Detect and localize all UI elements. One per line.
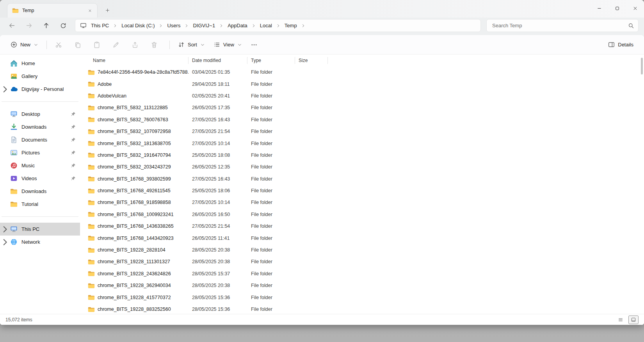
file-row[interactable]: chrome_BITS_5832_11312288526/05/2025 17:…	[87, 102, 644, 113]
sidebar-item-label: Digvijay - Personal	[21, 86, 64, 92]
breadcrumb[interactable]: This PCLocal Disk (C:)UsersDIGVIJ~1AppDa…	[75, 19, 481, 32]
folder-icon	[12, 8, 19, 13]
pin-icon	[70, 150, 76, 156]
file-explorer-window: Temp This PCLocal Disk (C:)UsersDIGVIJ~1…	[0, 0, 644, 325]
sidebar-item-videos[interactable]: Videos	[0, 172, 80, 185]
search-input[interactable]	[492, 23, 628, 28]
sidebar-item-this-pc[interactable]: This PC	[0, 223, 80, 236]
new-button[interactable]: New	[6, 38, 43, 51]
tab-temp[interactable]: Temp	[7, 3, 98, 18]
maximize-button[interactable]	[608, 0, 626, 16]
copy-button[interactable]	[70, 38, 85, 51]
column-header-name[interactable]: Name	[87, 56, 189, 65]
icons-view-toggle[interactable]	[628, 315, 639, 324]
breadcrumb-chevron-icon[interactable]	[300, 23, 306, 28]
column-header-type[interactable]: Type	[247, 56, 295, 65]
delete-icon	[151, 41, 158, 48]
file-row[interactable]: 7e84c44f-2356-4459-9e4a-28c8a7fd5788...0…	[87, 66, 644, 78]
file-row[interactable]: Adobe29/04/2025 18:11File folder	[87, 78, 644, 90]
breadcrumb-chevron-icon[interactable]	[251, 23, 257, 28]
sidebar-item-tutorial[interactable]: Tutorial	[0, 198, 80, 211]
cut-button[interactable]	[51, 38, 66, 51]
column-header-date-modified[interactable]: Date modified	[189, 56, 247, 65]
breadcrumb-item-local-disk-c[interactable]: Local Disk (C:)	[118, 21, 158, 30]
breadcrumb-item-local[interactable]: Local	[257, 21, 275, 30]
file-row[interactable]: chrome_BITS_16768_49261154525/05/2025 18…	[87, 185, 644, 197]
minimize-button[interactable]	[590, 0, 608, 16]
file-row[interactable]: chrome_BITS_16768_144342092326/05/2025 1…	[87, 232, 644, 244]
close-button[interactable]	[626, 0, 644, 16]
file-row[interactable]: chrome_BITS_5832_107097295827/05/2025 21…	[87, 126, 644, 137]
column-header-size[interactable]: Size	[295, 56, 328, 65]
breadcrumb-item-temp[interactable]: Temp	[281, 21, 300, 30]
tab-close-button[interactable]	[85, 6, 94, 15]
file-row[interactable]: chrome_BITS_16768_91859885827/05/2025 10…	[87, 197, 644, 208]
file-row[interactable]: chrome_BITS_19228_36294003428/05/2025 20…	[87, 280, 644, 291]
share-button[interactable]	[127, 38, 143, 51]
sidebar-item-downloads[interactable]: Downloads	[0, 120, 80, 133]
file-row[interactable]: chrome_BITS_19228_282810428/05/2025 20:3…	[87, 244, 644, 256]
breadcrumb-chevron-icon[interactable]	[112, 23, 118, 28]
file-type: File folder	[247, 176, 295, 182]
chevron-right-icon[interactable]	[0, 84, 10, 94]
sidebar-item-pictures[interactable]: Pictures	[0, 146, 80, 159]
sidebar-item-downloads[interactable]: Downloads	[0, 185, 80, 198]
details-pane-button[interactable]: Details	[604, 38, 638, 51]
breadcrumb-chevron-icon[interactable]	[158, 23, 164, 28]
delete-button[interactable]	[146, 38, 162, 51]
file-date-modified: 02/05/2025 20:41	[189, 93, 247, 99]
sidebar-item-digvijay-personal[interactable]: Digvijay - Personal	[0, 83, 80, 96]
sort-button[interactable]: Sort	[174, 38, 209, 51]
chevron-right-icon[interactable]	[0, 224, 10, 234]
new-tab-button[interactable]	[101, 4, 114, 16]
breadcrumb-item-appdata[interactable]: AppData	[224, 21, 251, 30]
folder-icon	[88, 164, 95, 170]
sidebar-item-label: Home	[21, 60, 35, 66]
search-box[interactable]	[486, 19, 639, 32]
file-row[interactable]: chrome_BITS_19228_41577037228/05/2025 15…	[87, 291, 644, 303]
pin-icon	[70, 111, 76, 117]
more-options-button[interactable]	[246, 38, 262, 51]
sidebar-item-desktop[interactable]: Desktop	[0, 108, 80, 120]
file-type: File folder	[247, 82, 295, 87]
breadcrumb-chevron-icon[interactable]	[275, 23, 281, 28]
up-button[interactable]	[39, 19, 53, 32]
explorer-body: HomeGalleryDigvijay - PersonalDesktopDow…	[0, 55, 644, 314]
vertical-scrollbar[interactable]	[641, 58, 643, 74]
sidebar-item-home[interactable]: Home	[0, 57, 80, 70]
refresh-button[interactable]	[56, 19, 70, 32]
view-button[interactable]: View	[209, 38, 246, 51]
sidebar-item-label: Videos	[21, 175, 37, 181]
view-icon	[213, 41, 220, 48]
back-button[interactable]	[5, 19, 19, 32]
breadcrumb-chevron-icon[interactable]	[218, 23, 224, 28]
search-icon[interactable]	[628, 23, 634, 29]
file-row[interactable]: AdobeVulcan02/05/2025 20:41File folder	[87, 90, 644, 102]
file-row[interactable]: chrome_BITS_19228_88325256028/05/2025 15…	[87, 303, 644, 314]
rename-button[interactable]	[108, 38, 124, 51]
paste-button[interactable]	[89, 38, 105, 51]
sidebar-item-network[interactable]: Network	[0, 236, 80, 248]
breadcrumb-item-this-pc[interactable]: This PC	[88, 21, 112, 30]
details-view-toggle[interactable]	[616, 315, 626, 324]
chevron-right-icon[interactable]	[0, 237, 10, 247]
file-row[interactable]: chrome_BITS_5832_191647079425/05/2025 18…	[87, 149, 644, 161]
file-name: chrome_BITS_16768_1009923241	[98, 212, 174, 217]
file-row[interactable]: chrome_BITS_5832_181363870527/05/2025 10…	[87, 137, 644, 149]
file-row[interactable]: chrome_BITS_16768_39380259927/05/2025 16…	[87, 173, 644, 185]
file-row[interactable]: chrome_BITS_5832_76007676327/05/2025 16:…	[87, 114, 644, 126]
file-row[interactable]: chrome_BITS_16768_100992324126/05/2025 1…	[87, 209, 644, 220]
breadcrumb-item-digvij-1[interactable]: DIGVIJ~1	[190, 21, 218, 30]
sidebar-item-music[interactable]: Music	[0, 159, 80, 172]
forward-button[interactable]	[22, 19, 36, 32]
breadcrumb-item-users[interactable]: Users	[164, 21, 183, 30]
file-row[interactable]: chrome_BITS_19228_11130132728/05/2025 20…	[87, 256, 644, 268]
new-button-label: New	[20, 42, 30, 48]
sidebar-item-gallery[interactable]: Gallery	[0, 70, 80, 83]
network-icon	[10, 238, 18, 246]
breadcrumb-chevron-icon[interactable]	[183, 23, 190, 28]
file-row[interactable]: chrome_BITS_5832_203424372926/05/2025 12…	[87, 161, 644, 173]
file-row[interactable]: chrome_BITS_19228_24362482628/05/2025 15…	[87, 268, 644, 280]
sidebar-item-documents[interactable]: Documents	[0, 133, 80, 146]
file-row[interactable]: chrome_BITS_16768_143633826527/05/2025 2…	[87, 220, 644, 232]
